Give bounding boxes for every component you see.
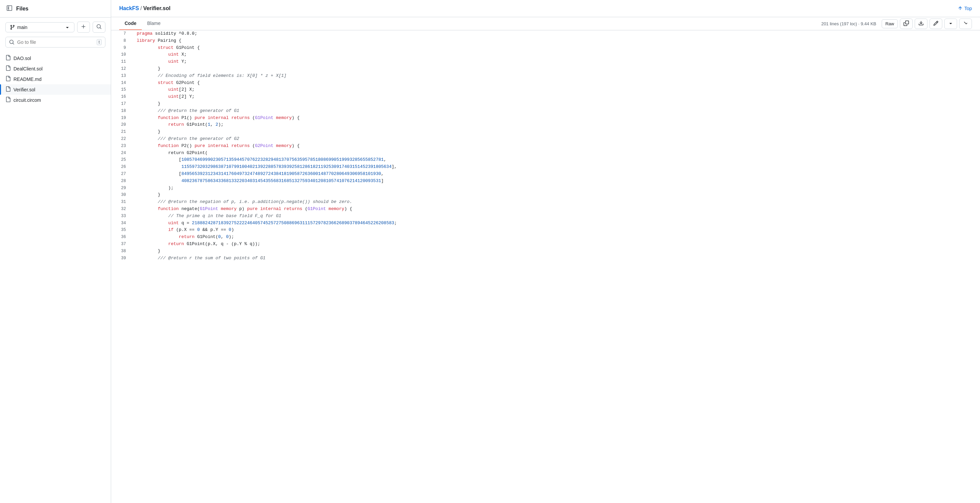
file-item[interactable]: README.md bbox=[0, 74, 111, 84]
table-row: 14 struct G2Point { bbox=[111, 80, 980, 87]
table-row: 13 // Encoding of field elements is: X[0… bbox=[111, 72, 980, 80]
code-token: /// @return the negation of p, i.e. p.ad… bbox=[137, 199, 352, 204]
sidebar-toggle-button[interactable] bbox=[5, 4, 13, 13]
code-token: && p.Y == bbox=[200, 227, 229, 232]
raw-button[interactable]: Raw bbox=[882, 19, 898, 28]
code-token: 0 bbox=[218, 234, 221, 240]
code-token bbox=[281, 206, 284, 211]
goto-file-search[interactable]: t bbox=[5, 37, 105, 48]
file-item[interactable]: DealClient.sol bbox=[0, 63, 111, 74]
code-token: return bbox=[137, 241, 184, 246]
line-number: 33 bbox=[111, 213, 131, 220]
edit-icon bbox=[933, 21, 939, 26]
code-token: if bbox=[137, 227, 173, 232]
download-button[interactable] bbox=[915, 19, 928, 29]
line-code: 4082367875863433681332203403145435568316… bbox=[131, 178, 980, 185]
table-row: 31 /// @return the negation of p, i.e. p… bbox=[111, 198, 980, 206]
file-item[interactable]: circuit.circom bbox=[0, 95, 111, 105]
line-number: 7 bbox=[111, 30, 131, 37]
line-number: 16 bbox=[111, 93, 131, 101]
copy-button[interactable] bbox=[900, 19, 913, 29]
toolbar: Raw bbox=[882, 19, 972, 29]
line-code: [108570469990230571359445707622328294813… bbox=[131, 156, 980, 163]
tab-blame[interactable]: Blame bbox=[142, 17, 166, 30]
symbol-icon bbox=[963, 21, 968, 26]
edit-button[interactable] bbox=[929, 19, 942, 29]
line-code: /// @return the generator of G1 bbox=[131, 107, 980, 115]
code-token: returns bbox=[231, 115, 250, 120]
top-link[interactable]: Top bbox=[958, 6, 972, 11]
code-token: ( bbox=[250, 143, 255, 149]
line-code: struct G2Point { bbox=[131, 80, 980, 87]
more-options-button[interactable] bbox=[944, 19, 957, 29]
line-number: 29 bbox=[111, 185, 131, 192]
line-code: uint Y; bbox=[131, 58, 980, 65]
main-content: HackFS / Verifier.sol Top CodeBlame 201 … bbox=[111, 0, 980, 503]
sidebar-header: Files bbox=[0, 0, 111, 18]
table-row: 23 function P2() pure internal returns (… bbox=[111, 143, 980, 150]
line-code: return G1Point(0, 0); bbox=[131, 234, 980, 241]
code-token: , bbox=[383, 157, 386, 162]
file-icon bbox=[5, 76, 11, 82]
branch-dropdown-button[interactable]: main bbox=[5, 22, 75, 32]
tab-code[interactable]: Code bbox=[119, 17, 142, 30]
code-token: returns bbox=[231, 143, 250, 149]
breadcrumb-repo-link[interactable]: HackFS bbox=[119, 5, 139, 11]
branch-selector: main bbox=[5, 22, 105, 33]
line-code: function negate(G1Point memory p) pure i… bbox=[131, 206, 980, 213]
line-code: } bbox=[131, 192, 980, 198]
code-token: 1155973203298638710799100402139228857839… bbox=[181, 164, 392, 169]
file-item[interactable]: DAO.sol bbox=[0, 53, 111, 63]
line-number: 39 bbox=[111, 255, 131, 262]
code-token: pure bbox=[195, 115, 205, 120]
code-token: [ bbox=[137, 171, 181, 176]
line-code: uint[2] X; bbox=[131, 86, 980, 93]
table-row: 39 /// @return r the sum of two points o… bbox=[111, 255, 980, 262]
code-token bbox=[137, 178, 181, 184]
code-token: X; bbox=[179, 52, 186, 57]
line-number: 15 bbox=[111, 86, 131, 93]
breadcrumb: HackFS / Verifier.sol bbox=[119, 5, 170, 11]
symbols-button[interactable] bbox=[959, 19, 972, 29]
line-number: 34 bbox=[111, 220, 131, 227]
code-token: } bbox=[137, 101, 160, 106]
line-number: 22 bbox=[111, 136, 131, 143]
file-name: circuit.circom bbox=[13, 97, 41, 103]
table-row: 10 uint X; bbox=[111, 51, 980, 58]
code-token: internal bbox=[208, 115, 229, 120]
chevron-down-icon bbox=[65, 25, 70, 30]
line-code: struct G1Point { bbox=[131, 45, 980, 51]
table-row: 22 /// @return the generator of G2 bbox=[111, 136, 980, 143]
copy-icon bbox=[904, 21, 909, 26]
code-token: G1Point( bbox=[184, 122, 207, 127]
code-token: 4082367875863433681332203403145435568316… bbox=[181, 178, 381, 184]
line-number: 26 bbox=[111, 163, 131, 171]
code-token: G1Point( bbox=[195, 234, 218, 240]
line-code: uint X; bbox=[131, 51, 980, 58]
file-meta: 201 lines (197 loc) · 9.44 KB bbox=[821, 21, 876, 26]
line-code: function P1() pure internal returns (G1P… bbox=[131, 115, 980, 122]
line-number: 9 bbox=[111, 45, 131, 51]
file-icon bbox=[5, 86, 11, 93]
code-token: [2] X; bbox=[179, 87, 195, 92]
code-token: returns bbox=[284, 206, 302, 211]
code-area: 7pragma solidity ^0.8.0;8library Pairing… bbox=[111, 30, 980, 503]
table-row: 16 uint[2] Y; bbox=[111, 93, 980, 101]
code-token: } bbox=[137, 66, 160, 71]
code-token bbox=[137, 164, 181, 169]
line-number: 28 bbox=[111, 178, 131, 185]
add-file-button[interactable] bbox=[77, 22, 90, 33]
table-row: 12 } bbox=[111, 65, 980, 72]
search-button[interactable] bbox=[92, 22, 105, 33]
file-item[interactable]: Verifier.sol bbox=[0, 84, 111, 95]
file-name: DAO.sol bbox=[13, 56, 31, 61]
line-number: 10 bbox=[111, 51, 131, 58]
code-token bbox=[229, 143, 231, 149]
goto-file-input[interactable] bbox=[17, 40, 94, 45]
line-code: pragma solidity ^0.8.0; bbox=[131, 30, 980, 37]
branch-name: main bbox=[17, 25, 27, 30]
code-token bbox=[205, 115, 208, 120]
line-number: 17 bbox=[111, 101, 131, 107]
code-token: // Encoding of field elements is: X[0] *… bbox=[137, 73, 286, 78]
sidebar: Files main bbox=[0, 0, 111, 503]
